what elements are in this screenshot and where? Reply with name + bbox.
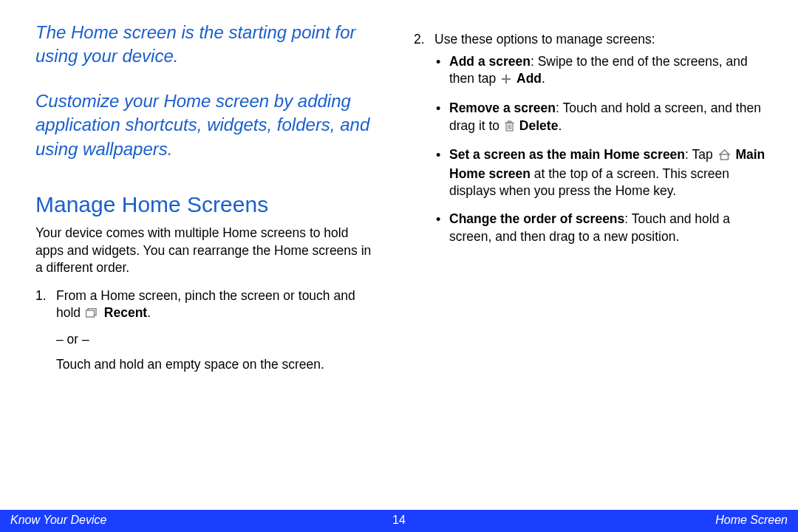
add-label: Add (516, 71, 542, 86)
svg-rect-1 (86, 310, 94, 317)
page: The Home screen is the starting point fo… (0, 0, 798, 532)
bullet-remove-screen: Remove a screen: Touch and hold a screen… (434, 100, 768, 136)
right-column: 2. Use these options to manage screens: … (414, 21, 768, 256)
step-number: 1. (35, 287, 47, 305)
bullet-bold: Add a screen (449, 54, 531, 69)
step-number: 2. (414, 31, 425, 49)
home-icon (718, 148, 731, 166)
recent-label: Recent (104, 305, 147, 320)
page-number: 14 (392, 514, 406, 527)
svg-rect-10 (720, 154, 728, 160)
steps-list: 1. From a Home screen, pinch the screen … (35, 287, 375, 374)
left-column: The Home screen is the starting point fo… (35, 21, 375, 381)
plus-icon (501, 72, 511, 89)
intro-paragraph-1: The Home screen is the starting point fo… (35, 21, 375, 69)
intro-paragraph-2: Customize your Home screen by adding app… (35, 89, 375, 161)
step-2: 2. Use these options to manage screens: … (414, 31, 768, 245)
footer-right: Home Screen (715, 514, 788, 527)
bullet-add-screen: Add a screen: Swipe to the end of the sc… (434, 53, 768, 89)
footer: Know Your Device 14 Home Screen (0, 510, 798, 532)
bullet-list: Add a screen: Swipe to the end of the sc… (434, 53, 768, 246)
trash-icon (505, 119, 514, 137)
recent-icon (86, 306, 99, 324)
step-1-period: . (147, 305, 151, 320)
step-1: 1. From a Home screen, pinch the screen … (35, 287, 375, 374)
bullet-bold: Remove a screen (449, 100, 556, 115)
bullet-period: . (542, 71, 545, 86)
or-separator: – or – (56, 331, 375, 349)
section-heading: Manage Home Screens (35, 192, 375, 217)
bullet-change-order: Change the order of screens: Touch and h… (434, 211, 768, 245)
body-text: Your device comes with multiple Home scr… (35, 225, 375, 373)
steps-list-continued: 2. Use these options to manage screens: … (414, 31, 768, 245)
step-1-text-1: From a Home screen, pinch the screen or … (56, 288, 355, 321)
svg-rect-6 (508, 121, 511, 123)
step-1-text-2: Touch and hold an empty space on the scr… (56, 356, 375, 374)
bullet-period: . (558, 118, 562, 133)
bullet-text-1: : Tap (685, 147, 717, 162)
delete-label: Delete (519, 118, 559, 133)
bullet-bold: Change the order of screens (449, 211, 624, 226)
footer-left: Know Your Device (10, 514, 106, 527)
step-2-lead: Use these options to manage screens: (434, 32, 655, 47)
bullet-bold: Set a screen as the main Home screen (449, 147, 685, 162)
bullet-main-home: Set a screen as the main Home screen: Ta… (434, 146, 768, 200)
body-intro: Your device comes with multiple Home scr… (35, 225, 375, 277)
